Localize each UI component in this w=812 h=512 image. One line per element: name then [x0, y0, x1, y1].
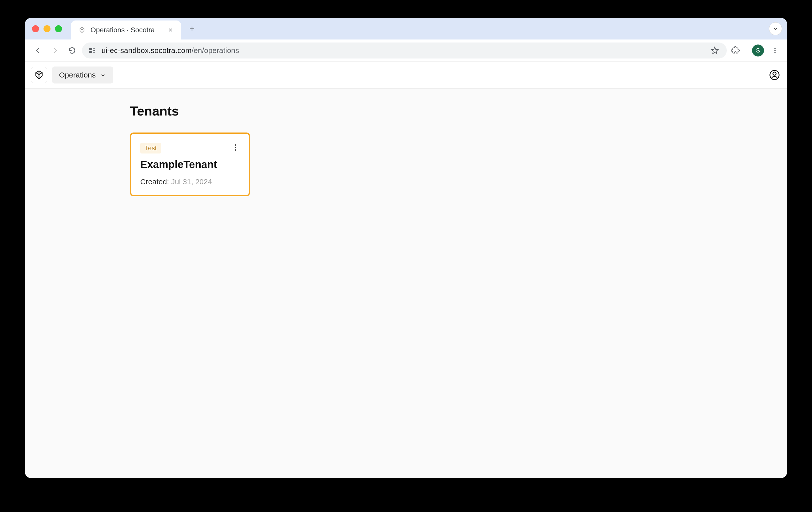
- user-account-icon[interactable]: [768, 68, 781, 82]
- browser-menu-icon[interactable]: [769, 45, 781, 57]
- tenant-card-menu-button[interactable]: [231, 143, 240, 153]
- tenant-badge: Test: [140, 143, 161, 153]
- svg-point-9: [235, 149, 236, 151]
- page-title: Tenants: [130, 104, 787, 118]
- svg-point-3: [775, 50, 776, 51]
- tenant-created-date: Jul 31, 2024: [171, 177, 212, 186]
- window-minimize-button[interactable]: [44, 25, 51, 32]
- forward-button[interactable]: [48, 44, 62, 57]
- svg-point-7: [235, 144, 236, 146]
- svg-rect-1: [89, 52, 92, 53]
- url-path: /en/operations: [192, 46, 239, 55]
- main-content: Tenants Test ExampleTenant Created: Jul …: [25, 88, 787, 478]
- url-text: ui-ec-sandbox.socotra.com/en/operations: [102, 46, 704, 55]
- tenant-created-label: Created: [140, 177, 167, 186]
- browser-tab[interactable]: Operations · Socotra: [71, 21, 181, 39]
- chevron-down-icon: [100, 72, 106, 78]
- nav-dropdown[interactable]: Operations: [52, 66, 113, 84]
- site-info-icon[interactable]: [88, 46, 96, 55]
- tab-close-button[interactable]: [167, 27, 174, 33]
- profile-avatar[interactable]: S: [752, 45, 764, 57]
- tenant-card[interactable]: Test ExampleTenant Created: Jul 31, 2024: [130, 133, 250, 196]
- tab-favicon-icon: [78, 26, 86, 34]
- window-controls: [32, 25, 62, 32]
- browser-window: Operations · Socotra: [25, 18, 787, 478]
- window-maximize-button[interactable]: [55, 25, 62, 32]
- svg-rect-0: [89, 48, 92, 49]
- address-bar[interactable]: ui-ec-sandbox.socotra.com/en/operations: [82, 42, 727, 58]
- browser-tab-bar: Operations · Socotra: [25, 18, 787, 39]
- svg-point-2: [775, 48, 776, 49]
- extensions-icon[interactable]: [730, 45, 742, 57]
- browser-toolbar: ui-ec-sandbox.socotra.com/en/operations …: [25, 39, 787, 61]
- reload-button[interactable]: [65, 44, 79, 57]
- tab-title: Operations · Socotra: [90, 26, 163, 34]
- toolbar-separator: [747, 46, 747, 56]
- new-tab-button[interactable]: [185, 22, 199, 36]
- window-close-button[interactable]: [32, 25, 39, 32]
- tabs-dropdown-button[interactable]: [769, 22, 782, 35]
- tenant-name: ExampleTenant: [140, 159, 240, 171]
- svg-point-4: [775, 52, 776, 53]
- back-button[interactable]: [31, 44, 45, 57]
- nav-dropdown-label: Operations: [59, 71, 96, 79]
- tenant-created-meta: Created: Jul 31, 2024: [140, 177, 240, 186]
- app-header: Operations: [25, 61, 787, 88]
- url-domain: ui-ec-sandbox.socotra.com: [102, 46, 192, 55]
- svg-point-6: [773, 72, 776, 75]
- app-logo-icon[interactable]: [31, 67, 47, 83]
- svg-point-8: [235, 147, 236, 148]
- bookmark-star-icon[interactable]: [709, 45, 721, 57]
